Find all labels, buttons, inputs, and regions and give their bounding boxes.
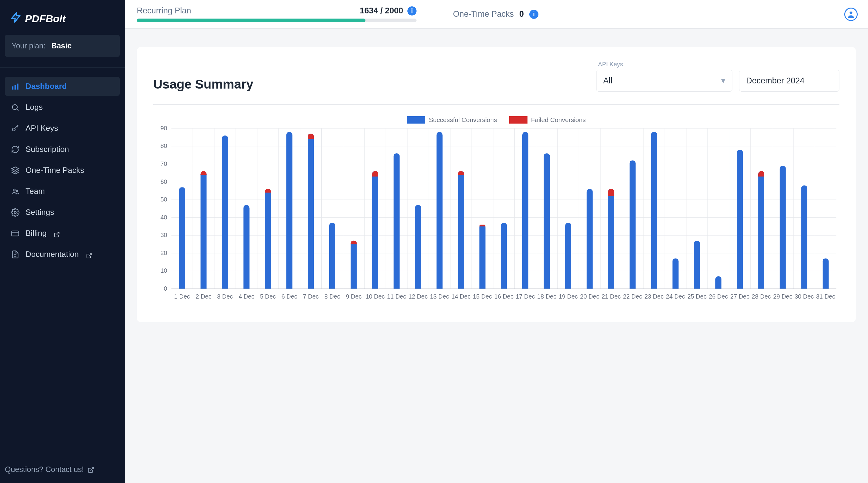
bar-chart-icon — [11, 82, 20, 91]
nav-team[interactable]: Team — [5, 182, 120, 201]
bolt-icon — [10, 11, 22, 26]
main: Recurring Plan 1634 / 2000 i One-Time Pa… — [125, 0, 868, 483]
svg-text:29 Dec: 29 Dec — [773, 293, 792, 300]
chart-legend: Successful Conversions Failed Conversion… — [153, 116, 839, 123]
external-link-icon — [86, 251, 92, 257]
people-icon — [11, 187, 20, 196]
external-link-icon — [88, 466, 94, 473]
date-picker[interactable]: December 2024 — [739, 70, 839, 92]
nav-documentation[interactable]: Documentation — [5, 245, 120, 264]
svg-text:21 Dec: 21 Dec — [602, 293, 621, 300]
chart: 01020304050607080901 Dec2 Dec3 Dec4 Dec5… — [153, 125, 839, 304]
search-icon — [11, 103, 20, 112]
packs-label: One-Time Packs — [453, 9, 514, 19]
nav-label: Settings — [26, 207, 54, 217]
api-keys-select[interactable]: All ▾ — [596, 70, 733, 92]
svg-text:90: 90 — [160, 125, 167, 132]
nav-one-time-packs[interactable]: One-Time Packs — [5, 161, 120, 180]
svg-text:10 Dec: 10 Dec — [366, 293, 385, 300]
svg-text:5 Dec: 5 Dec — [260, 293, 276, 300]
recurring-progress — [137, 19, 416, 22]
nav-label: Subscription — [26, 145, 69, 154]
svg-text:8 Dec: 8 Dec — [324, 293, 340, 300]
recurring-label: Recurring Plan — [137, 6, 191, 16]
svg-text:0: 0 — [164, 285, 167, 292]
svg-point-6 — [13, 189, 15, 191]
svg-text:30 Dec: 30 Dec — [795, 293, 814, 300]
svg-text:3 Dec: 3 Dec — [217, 293, 233, 300]
external-link-icon — [54, 230, 60, 236]
svg-text:9 Dec: 9 Dec — [346, 293, 362, 300]
nav-settings[interactable]: Settings — [5, 203, 120, 222]
svg-text:2 Dec: 2 Dec — [196, 293, 212, 300]
nav-label: Team — [26, 187, 45, 196]
svg-text:13 Dec: 13 Dec — [430, 293, 449, 300]
svg-text:31 Dec: 31 Dec — [816, 293, 835, 300]
legend-swatch-red — [509, 116, 527, 123]
svg-text:80: 80 — [160, 142, 167, 149]
profile-button[interactable] — [844, 8, 858, 21]
svg-text:25 Dec: 25 Dec — [687, 293, 707, 300]
one-time-packs-block: One-Time Packs 0 i — [453, 9, 538, 19]
svg-text:24 Dec: 24 Dec — [666, 293, 685, 300]
svg-text:50: 50 — [160, 196, 167, 203]
credit-card-icon — [11, 229, 20, 238]
recurring-usage: 1634 / 2000 — [360, 6, 403, 16]
plan-name: Basic — [51, 41, 72, 50]
logo-text: PDFBolt — [25, 13, 66, 25]
divider — [153, 104, 839, 105]
recurring-progress-fill — [137, 19, 366, 22]
svg-point-5 — [12, 128, 15, 131]
nav-label: Logs — [26, 103, 42, 112]
legend-failed: Failed Conversions — [509, 116, 586, 123]
recurring-plan-block: Recurring Plan 1634 / 2000 i — [137, 6, 416, 22]
content: Usage Summary API Keys All ▾ December 20… — [125, 29, 868, 341]
info-icon[interactable]: i — [407, 6, 416, 16]
svg-text:4 Dec: 4 Dec — [239, 293, 254, 300]
nav-label: One-Time Packs — [26, 166, 84, 175]
svg-text:20 Dec: 20 Dec — [580, 293, 599, 300]
nav-dashboard[interactable]: Dashboard — [5, 77, 120, 96]
svg-text:7 Dec: 7 Dec — [303, 293, 319, 300]
svg-text:28 Dec: 28 Dec — [752, 293, 771, 300]
svg-text:19 Dec: 19 Dec — [559, 293, 578, 300]
card-title: Usage Summary — [153, 77, 253, 92]
svg-text:22 Dec: 22 Dec — [623, 293, 642, 300]
contact-link[interactable]: Questions? Contact us! — [0, 456, 125, 483]
svg-text:15 Dec: 15 Dec — [473, 293, 492, 300]
api-keys-selected: All — [603, 76, 612, 86]
layers-icon — [11, 166, 20, 175]
svg-text:16 Dec: 16 Dec — [494, 293, 514, 300]
nav-api-keys[interactable]: API Keys — [5, 119, 120, 138]
svg-text:1 Dec: 1 Dec — [174, 293, 190, 300]
svg-point-3 — [12, 104, 17, 109]
svg-text:18 Dec: 18 Dec — [537, 293, 556, 300]
svg-text:23 Dec: 23 Dec — [645, 293, 664, 300]
svg-rect-1 — [14, 85, 16, 89]
svg-text:11 Dec: 11 Dec — [387, 293, 406, 300]
nav-subscription[interactable]: Subscription — [5, 140, 120, 159]
svg-text:40: 40 — [160, 214, 167, 221]
svg-text:10: 10 — [160, 267, 167, 274]
refresh-icon — [11, 145, 20, 154]
plan-badge: Your plan: Basic — [5, 35, 120, 57]
nav-billing[interactable]: Billing — [5, 224, 120, 243]
filters: API Keys All ▾ December 2024 — [596, 61, 839, 92]
usage-summary-card: Usage Summary API Keys All ▾ December 20… — [137, 47, 856, 322]
svg-text:60: 60 — [160, 178, 167, 185]
chevron-down-icon: ▾ — [721, 76, 725, 86]
key-icon — [11, 124, 20, 133]
info-icon[interactable]: i — [529, 10, 538, 19]
svg-text:20: 20 — [160, 250, 167, 256]
svg-text:14 Dec: 14 Dec — [452, 293, 471, 300]
packs-value: 0 — [519, 9, 524, 19]
svg-text:27 Dec: 27 Dec — [730, 293, 749, 300]
logo[interactable]: PDFBolt — [0, 0, 125, 35]
legend-label: Successful Conversions — [429, 116, 497, 123]
svg-point-8 — [14, 211, 17, 214]
legend-success: Successful Conversions — [407, 116, 497, 123]
nav-logs[interactable]: Logs — [5, 98, 120, 117]
svg-line-4 — [17, 109, 18, 111]
nav-label: Billing — [26, 229, 46, 238]
svg-text:17 Dec: 17 Dec — [516, 293, 535, 300]
